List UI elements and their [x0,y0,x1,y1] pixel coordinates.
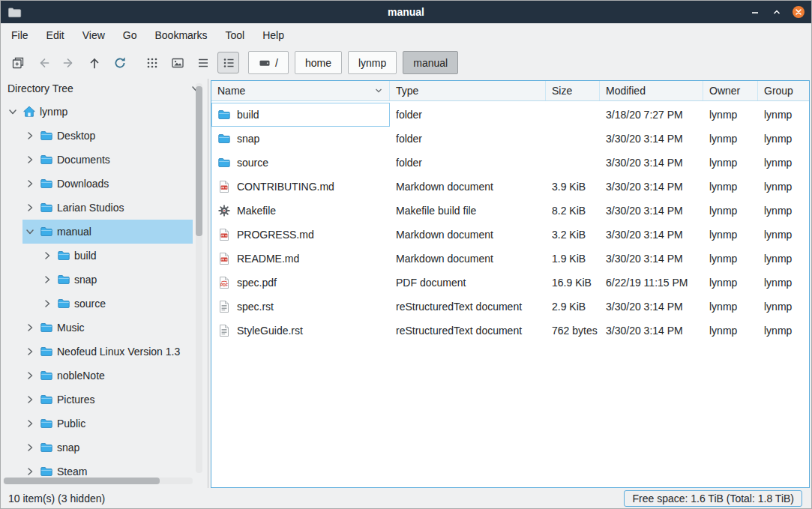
tree-item-label: Larian Studios [57,202,124,214]
sidebar-vertical-scrollbar[interactable] [196,83,202,473]
tree-item-lynmp[interactable]: lynmp [1,100,208,124]
file-row-progress-md[interactable]: PROGRESS.mdMarkdown document3.2 KiB3/30/… [211,223,809,247]
minimize-button[interactable] [749,6,761,18]
tree-item-source[interactable]: source [1,292,208,316]
markdown-icon [217,252,231,265]
menu-tool[interactable]: Tool [217,23,254,46]
horizontal-scrollbar-thumb[interactable] [4,478,160,484]
column-header-group[interactable]: Group [758,81,809,100]
tree-item-pictures[interactable]: Pictures [1,388,208,412]
expand-chevron-icon[interactable] [24,322,36,333]
file-row-spec-pdf[interactable]: PDFspec.pdfPDF document16.9 KiB6/22/19 1… [211,271,809,295]
column-header-name[interactable]: Name [211,81,390,100]
icon-view-button[interactable] [141,52,163,73]
file-row-styleguide-rst[interactable]: StyleGuide.rstreStructuredText document7… [211,319,809,343]
maximize-button[interactable] [771,6,783,18]
path-segment-label: manual [413,57,448,69]
menu-go[interactable]: Go [114,23,146,46]
menu-bookmarks[interactable]: Bookmarks [145,23,216,46]
file-row-build[interactable]: buildfolder3/18/20 7:27 PMlynmplynmp [211,103,809,127]
pdf-icon: PDF [217,276,231,289]
svg-text:PDF: PDF [220,283,228,287]
tree-item-larian-studios[interactable]: Larian Studios [1,196,208,220]
file-row-snap[interactable]: snapfolder3/30/20 3:14 PMlynmplynmp [211,127,809,151]
menu-view[interactable]: View [73,23,114,46]
path-segment-root[interactable]: / [248,51,289,74]
tree-item-downloads[interactable]: Downloads [1,172,208,196]
tree-item-body[interactable]: nobleNote [22,364,193,388]
collapse-chevron-icon[interactable] [7,106,19,117]
column-header-modified[interactable]: Modified [600,81,703,100]
expand-chevron-icon[interactable] [24,466,36,477]
tree-item-snap[interactable]: snap [1,436,208,460]
up-button[interactable] [83,52,105,73]
expand-chevron-icon[interactable] [24,394,36,405]
expand-chevron-icon[interactable] [24,370,36,381]
tree-item-body[interactable]: manual [22,220,193,244]
menu-help[interactable]: Help [253,23,293,46]
detailed-list-view-button[interactable] [217,52,239,73]
expand-chevron-icon[interactable] [24,418,36,429]
expand-chevron-icon[interactable] [41,274,53,285]
back-button[interactable] [32,52,54,73]
file-row-contributing-md[interactable]: CONTRIBUTING.mdMarkdown document3.9 KiB3… [211,175,809,199]
tree-item-body[interactable]: build [40,244,193,268]
expand-chevron-icon[interactable] [24,202,36,213]
content-area: Directory Tree lynmpDesktopDocumentsDown… [1,79,811,488]
tree-item-body[interactable]: Neofeud Linux Version 1.3 [22,340,193,364]
column-header-size[interactable]: Size [546,81,600,100]
markdown-icon [217,180,231,193]
expand-chevron-icon[interactable] [41,250,53,261]
tree-item-neofeud-linux-version-1-3[interactable]: Neofeud Linux Version 1.3 [1,340,208,364]
tree-item-desktop[interactable]: Desktop [1,124,208,148]
menu-edit[interactable]: Edit [37,23,73,46]
forward-button[interactable] [58,52,79,73]
tree-item-body[interactable]: lynmp [5,100,193,124]
expand-chevron-icon[interactable] [24,346,36,357]
menu-file[interactable]: File [2,23,37,46]
file-owner: lynmp [703,199,758,223]
file-row-makefile[interactable]: MakefileMakefile build file8.2 KiB3/30/2… [211,199,809,223]
tree-item-manual[interactable]: manual [1,220,208,244]
expand-chevron-icon[interactable] [41,298,53,309]
tree-item-public[interactable]: Public [1,412,208,436]
tree-item-body[interactable]: Desktop [22,124,193,148]
tree-item-noblenote[interactable]: nobleNote [1,364,208,388]
file-row-readme-md[interactable]: README.mdMarkdown document1.9 KiB3/30/20… [211,247,809,271]
reload-button[interactable] [109,52,130,73]
tree-item-body[interactable]: Music [22,316,193,340]
file-row-spec-rst[interactable]: spec.rstreStructuredText document2.9 KiB… [211,295,809,319]
tree-item-music[interactable]: Music [1,316,208,340]
tree-item-body[interactable]: Pictures [22,388,193,412]
tree-item-body[interactable]: source [40,292,193,316]
tree-item-body[interactable]: Larian Studios [22,196,193,220]
path-segment-manual[interactable]: manual [403,51,458,74]
expand-chevron-icon[interactable] [24,154,36,165]
titlebar[interactable]: manual [1,1,811,23]
expand-chevron-icon[interactable] [24,130,36,141]
vertical-scrollbar-thumb[interactable] [196,86,202,236]
tree-item-snap[interactable]: snap [1,268,208,292]
new-tab-button[interactable] [7,52,28,73]
collapse-chevron-icon[interactable] [24,226,36,237]
up-icon [88,56,101,70]
close-button[interactable] [793,6,805,18]
tree-item-body[interactable]: Public [22,412,193,436]
home-icon [22,105,36,118]
compact-view-button[interactable] [192,52,214,73]
tree-item-body[interactable]: snap [40,268,193,292]
expand-chevron-icon[interactable] [24,442,36,453]
file-row-source[interactable]: sourcefolder3/30/20 3:14 PMlynmplynmp [211,151,809,175]
tree-item-body[interactable]: Documents [22,148,193,172]
expand-chevron-icon[interactable] [24,178,36,189]
tree-item-body[interactable]: snap [22,436,193,460]
path-segment-lynmp[interactable]: lynmp [348,51,397,74]
tree-item-body[interactable]: Downloads [22,172,193,196]
tree-item-documents[interactable]: Documents [1,148,208,172]
sidebar-horizontal-scrollbar[interactable] [3,478,193,484]
column-header-type[interactable]: Type [390,81,546,100]
path-segment-home[interactable]: home [295,51,342,74]
tree-item-build[interactable]: build [1,244,208,268]
thumbnail-view-button[interactable] [166,52,188,73]
column-header-owner[interactable]: Owner [703,81,758,100]
